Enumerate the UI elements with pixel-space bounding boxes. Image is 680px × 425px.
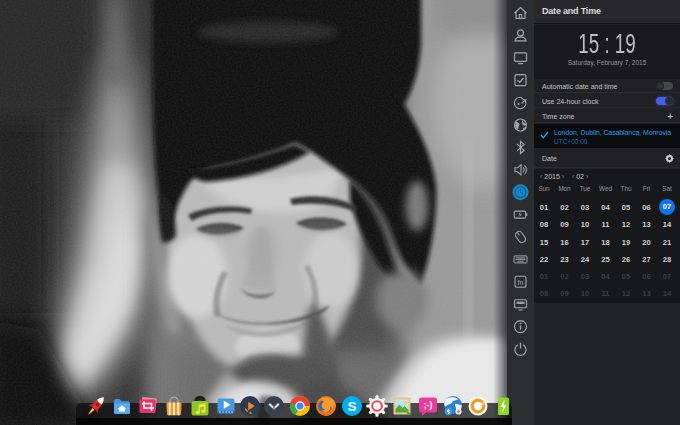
svg-text:S: S [347,399,356,414]
svg-text:;-): ;-) [424,400,433,410]
svg-text:fn: fn [518,279,524,286]
